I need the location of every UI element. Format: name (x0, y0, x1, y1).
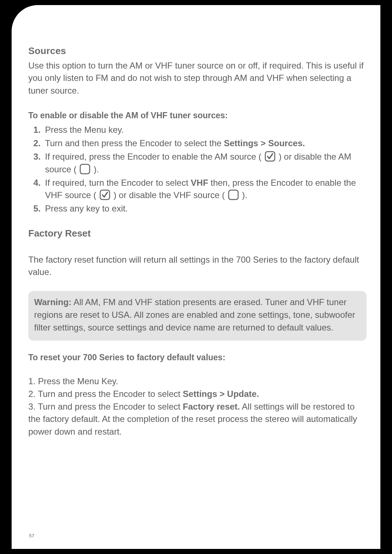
step-4: 4. If required, turn the Encoder to sele… (33, 177, 367, 202)
sources-steps: 1. Press the Menu key. 2. Turn and then … (33, 124, 367, 215)
text: 2. Turn and press the Encoder to select (28, 389, 183, 399)
factory-reset-subheading: To reset your 700 Series to factory defa… (28, 352, 367, 364)
checkbox-unchecked-icon (79, 164, 90, 175)
svg-rect-1 (80, 164, 90, 174)
step-text: Press the Menu key. (45, 124, 367, 136)
step-5: 5. Press any key to exit. (33, 202, 367, 215)
page-number: 57 (29, 533, 34, 539)
step-text: Press any key to exit. (45, 202, 367, 215)
step-2: 2. Turn and then press the Encoder to se… (33, 137, 367, 150)
step-number: 1. (33, 124, 45, 136)
step-number: 5. (33, 202, 45, 215)
menu-path: Settings > Update. (183, 389, 259, 399)
text: ) or disable the VHF source ( (111, 190, 227, 200)
svg-rect-3 (229, 190, 238, 200)
svg-rect-0 (265, 152, 275, 161)
text: ). (91, 164, 99, 174)
checkbox-checked-icon (99, 189, 110, 200)
text: If required, turn the Encoder to select (45, 178, 191, 188)
step-1: 1. Press the Menu key. (33, 124, 367, 136)
step-number: 2. (33, 137, 45, 150)
manual-page: Sources Use this option to turn the AM o… (12, 5, 380, 549)
factory-reset-steps: 1. Press the Menu Key. 2. Turn and press… (28, 375, 367, 438)
warning-label: Warning: (34, 297, 72, 307)
menu-path: Factory reset. (183, 402, 240, 411)
warning-text: All AM, FM and VHF station presents are … (34, 297, 355, 332)
step-number: 4. (33, 177, 45, 189)
step-3: 3. If required, press the Encoder to ena… (33, 151, 367, 176)
menu-path: Settings > Sources. (224, 138, 305, 148)
svg-rect-2 (100, 190, 110, 200)
step-number: 3. (33, 151, 45, 163)
reset-step-1: 1. Press the Menu Key. (28, 375, 367, 388)
sources-intro: Use this option to turn the AM or VHF tu… (28, 59, 367, 97)
step-text: If required, press the Encoder to enable… (45, 151, 367, 176)
text: If required, press the Encoder to enable… (45, 152, 264, 161)
warning-box: Warning: All AM, FM and VHF station pres… (28, 291, 367, 340)
sources-subheading: To enable or disable the AM of VHF tuner… (28, 110, 367, 122)
heading-sources: Sources (28, 44, 367, 58)
checkbox-unchecked-icon (228, 189, 239, 200)
reset-step-3: 3. Turn and press the Encoder to select … (28, 401, 367, 438)
bold: VHF (191, 178, 208, 188)
heading-factory-reset: Factory Reset (28, 227, 367, 241)
text: Turn and then press the Encoder to selec… (45, 138, 224, 148)
reset-step-2: 2. Turn and press the Encoder to select … (28, 388, 367, 401)
text: 3. Turn and press the Encoder to select (28, 402, 183, 411)
step-text: If required, turn the Encoder to select … (45, 177, 367, 202)
factory-reset-intro: The factory reset function will return a… (28, 254, 367, 279)
checkbox-checked-icon (265, 151, 275, 162)
text: ). (240, 190, 247, 200)
step-text: Turn and then press the Encoder to selec… (45, 137, 367, 150)
